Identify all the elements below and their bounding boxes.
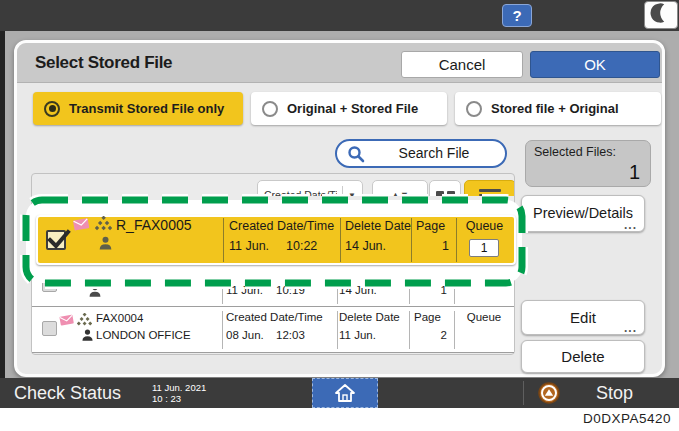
select-stored-file-dialog: Select Stored File Cancel OK Transmit St…	[14, 40, 665, 377]
current-time: 10 : 23	[152, 393, 206, 404]
row-checkbox[interactable]	[42, 321, 57, 336]
delete-button[interactable]: Delete	[521, 340, 645, 373]
divider	[523, 381, 524, 405]
preview-details-button[interactable]: Preview/Details ...	[521, 195, 645, 232]
check-status-button[interactable]: Check Status	[14, 378, 121, 408]
list-view-icon	[479, 189, 501, 192]
selected-files-box: Selected Files: 1	[525, 140, 651, 187]
created-time: 10:22	[286, 239, 317, 253]
bottom-status-bar: Check Status 11 Jun. 2021 10 : 23 Stop	[0, 378, 679, 408]
option-stored-plus-original[interactable]: Stored file + Original	[455, 92, 661, 125]
option-transmit-stored-only[interactable]: Transmit Stored File only	[33, 92, 243, 125]
home-icon	[334, 383, 356, 403]
created-date: 08 Jun.	[226, 329, 264, 341]
option-label: Original + Stored File	[287, 101, 418, 116]
user-icon	[98, 235, 113, 251]
memory-transmission-icon	[71, 215, 91, 232]
page-count: 1	[416, 239, 449, 253]
column-header-queue: Queue	[454, 311, 514, 323]
annotation-callout: R_FAX0005 Created Date/Time Delete Date …	[19, 193, 529, 290]
option-original-plus-stored[interactable]: Original + Stored File	[251, 92, 447, 125]
checkmark-icon	[46, 227, 72, 251]
dialog-header: Select Stored File Cancel OK	[17, 43, 662, 83]
queue-input[interactable]	[469, 239, 499, 257]
file-name: FAX0004	[96, 312, 143, 324]
top-status-bar: ?	[0, 0, 679, 31]
row-checkbox-checked[interactable]	[46, 230, 66, 250]
page-title: Select Stored File	[35, 43, 172, 83]
date-time-display: 11 Jun. 2021 10 : 23	[152, 382, 206, 404]
current-date: 11 Jun. 2021	[152, 382, 206, 393]
radio-icon	[262, 101, 278, 117]
ok-button[interactable]: OK	[530, 51, 660, 78]
delete-label: Delete	[561, 348, 604, 365]
delete-date: 14 Jun.	[345, 239, 386, 253]
column-header-page: Page	[414, 311, 441, 323]
column-header-created: Created Date/Time	[226, 311, 323, 323]
column-divider	[223, 218, 224, 262]
memory-transmission-icon	[58, 312, 75, 327]
created-time: 12:03	[276, 329, 305, 341]
figure-caption: D0DXPA5420	[583, 411, 671, 426]
radio-icon	[466, 101, 482, 117]
cancel-button[interactable]: Cancel	[401, 51, 523, 78]
home-button[interactable]	[312, 378, 378, 408]
group-destination-icon	[77, 313, 92, 326]
search-file-button[interactable]: Search File	[335, 139, 507, 168]
more-indicator: ...	[624, 323, 637, 333]
created-date: 11 Jun.	[229, 239, 269, 253]
file-name: R_FAX0005	[116, 217, 192, 233]
crescent-moon-icon	[650, 2, 672, 28]
more-indicator: ...	[624, 220, 637, 230]
column-divider	[222, 311, 223, 349]
radio-selected-icon	[44, 101, 60, 117]
device-screen: ? Select Stored File Cancel OK Transmit …	[0, 0, 679, 431]
user-icon	[81, 328, 94, 342]
search-label: Search File	[337, 141, 505, 166]
edit-label: Edit	[570, 309, 596, 326]
column-header-queue: Queue	[456, 219, 513, 233]
column-header-delete: Delete Date	[345, 219, 411, 233]
option-label: Stored file + Original	[491, 101, 619, 116]
column-header-page: Page	[416, 219, 445, 233]
page-count: 2	[409, 329, 447, 341]
column-header-delete: Delete Date	[339, 311, 400, 323]
column-divider	[454, 311, 455, 349]
file-row[interactable]: FAX0004 LONDON OFFICE Created Date/Time …	[32, 307, 514, 353]
file-owner: LONDON OFFICE	[96, 329, 191, 341]
group-destination-icon	[95, 216, 112, 231]
stop-icon[interactable]	[538, 382, 560, 404]
column-divider	[411, 218, 412, 262]
delete-date: 11 Jun.	[339, 329, 376, 341]
column-header-created: Created Date/Time	[229, 219, 334, 233]
column-divider	[337, 311, 338, 349]
edit-button[interactable]: Edit ...	[521, 300, 645, 335]
column-divider	[409, 311, 410, 349]
column-divider	[340, 218, 341, 262]
energy-saver-button[interactable]	[644, 1, 678, 29]
preview-details-label: Preview/Details	[533, 205, 633, 221]
selected-files-label: Selected Files:	[534, 145, 616, 159]
stop-button[interactable]: Stop	[596, 378, 633, 408]
selected-files-count: 1	[629, 161, 640, 184]
help-button[interactable]: ?	[502, 4, 532, 27]
option-label: Transmit Stored File only	[69, 101, 224, 116]
